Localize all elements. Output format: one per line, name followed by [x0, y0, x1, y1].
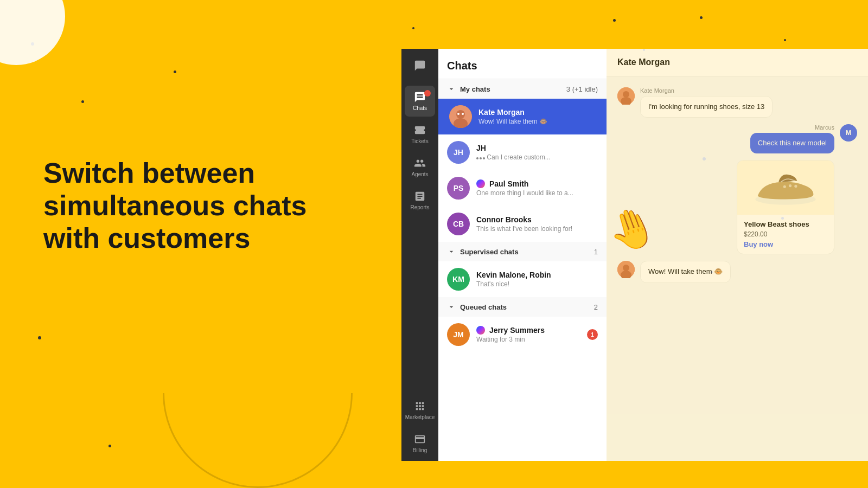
msg-avatar-kate-2: [617, 261, 635, 278]
marketing-headline: Switch between simultaneous chats with c…: [43, 157, 315, 254]
paul-preview: One more thing I would like to a...: [476, 189, 598, 197]
msg-sender-2: Marcus: [750, 124, 834, 131]
connor-info: Connor Brooks This is what I've been loo…: [476, 215, 598, 233]
sidebar-label-chats: Chats: [413, 105, 427, 111]
sidebar-item-tickets[interactable]: Tickets: [405, 119, 435, 150]
chat-list-panel: Chats My chats 3 (+1 idle): [438, 49, 607, 461]
supervised-title: Supervised chats: [460, 248, 594, 256]
connor-preview: This is what I've been looking for!: [476, 225, 598, 233]
chat-bubble-icon: [414, 60, 426, 72]
queued-count: 2: [594, 303, 598, 311]
product-image: [737, 160, 834, 215]
message-row-3: Wow! Will take them 🐵: [617, 261, 857, 282]
jh-info: JH Can I create custom...: [476, 144, 598, 161]
sidebar-item-marketplace[interactable]: Marketplace: [405, 395, 435, 426]
queued-title: Queued chats: [460, 303, 594, 311]
chat-item-kate-morgan[interactable]: Kate Morgan Wow! Will take them 🐵: [438, 99, 607, 134]
chats-badge: [424, 90, 431, 97]
paul-name: Paul Smith: [476, 179, 598, 188]
kate-morgan-avatar-svg: [449, 105, 472, 128]
svg-point-3: [457, 113, 459, 115]
panel-header: Chats: [438, 49, 607, 79]
msg-sender-1: Kate Morgan: [640, 87, 773, 94]
chat-item-paul-smith[interactable]: PS Paul Smith One more thing I would lik…: [438, 170, 607, 206]
messenger-icon: [476, 179, 485, 188]
chat-item-connor-brooks[interactable]: CB Connor Brooks This is what I've been …: [438, 206, 607, 242]
chat-panel-title: Kate Morgan: [617, 57, 670, 67]
dot-10: [108, 445, 111, 447]
sidebar-item-billing[interactable]: Billing: [405, 428, 435, 459]
supervised-chats-header[interactable]: Supervised chats 1: [438, 242, 607, 261]
kate-morgan-name: Kate Morgan: [478, 108, 598, 117]
dot-2: [174, 70, 176, 73]
jerry-info: Jerry Summers Waiting for 3 min: [476, 326, 583, 343]
message-content-2: Marcus Check this new model: [750, 124, 834, 153]
sidebar-item-chats[interactable]: Chats: [405, 86, 435, 117]
panel-title: Chats: [447, 60, 477, 72]
sidebar-item-chat-icon[interactable]: [405, 54, 435, 77]
kate-morgan-info: Kate Morgan Wow! Will take them 🐵: [478, 108, 598, 125]
waiting-badge: 1: [587, 329, 598, 340]
avatar-connor: CB: [447, 213, 470, 235]
my-chats-title: My chats: [460, 85, 566, 93]
svg-point-13: [623, 265, 629, 271]
avatar-kevin: KM: [447, 268, 470, 291]
buy-now-button[interactable]: Buy now: [744, 240, 827, 248]
my-chats-count: 3 (+1 idle): [566, 85, 598, 93]
chat-panel: Kate Morgan Kate Morgan I'm looking for …: [607, 49, 868, 461]
supervised-count: 1: [594, 248, 598, 256]
message-content-3: Wow! Will take them 🐵: [640, 261, 731, 282]
kevin-name: Kevin Malone, Robin: [476, 271, 598, 279]
dot-3: [412, 27, 414, 29]
sidebar-label-tickets: Tickets: [411, 138, 428, 144]
jerry-name: Jerry Summers: [476, 326, 583, 335]
product-price: $220.00: [744, 230, 827, 238]
message-content-1: Kate Morgan I'm looking for running shoe…: [640, 87, 773, 118]
chat-item-jerry-summers[interactable]: JM Jerry Summers Waiting for 3 min 1: [438, 317, 607, 352]
message-row-1: Kate Morgan I'm looking for running shoe…: [617, 87, 857, 118]
kate-morgan-preview: Wow! Will take them 🐵: [478, 118, 598, 125]
avatar-jerry: JM: [447, 323, 470, 346]
dot-9: [38, 336, 41, 339]
dot-4: [613, 19, 616, 22]
supervised-chevron: [447, 247, 456, 256]
marketing-section: Switch between simultaneous chats with c…: [43, 157, 315, 254]
dot-8: [81, 100, 84, 103]
sidebar-item-reports[interactable]: Reports: [405, 185, 435, 216]
sidebar-label-marketplace: Marketplace: [405, 414, 435, 420]
msg-bubble-3: Wow! Will take them 🐵: [640, 261, 731, 282]
product-name: Yellow Beast shoes: [744, 220, 827, 228]
kevin-preview: That's nice!: [476, 280, 598, 288]
svg-point-11: [794, 185, 797, 188]
chat-item-kevin-malone[interactable]: KM Kevin Malone, Robin That's nice!: [438, 261, 607, 297]
avatar-kate-morgan: [449, 105, 472, 128]
kevin-info: Kevin Malone, Robin That's nice!: [476, 271, 598, 288]
dot-6: [700, 16, 703, 19]
sidebar-item-agents[interactable]: Agents: [405, 152, 435, 183]
typing-indicator: [476, 157, 485, 159]
sidebar-label-agents: Agents: [411, 171, 428, 177]
my-chats-section-header[interactable]: My chats 3 (+1 idle): [438, 79, 607, 99]
sidebar-label-billing: Billing: [413, 447, 427, 453]
message-row-product: Yellow Beast shoes $220.00 Buy now: [617, 160, 857, 254]
svg-point-4: [462, 113, 464, 115]
queued-chevron: [447, 303, 456, 311]
product-info: Yellow Beast shoes $220.00 Buy now: [737, 215, 834, 254]
queued-chats-header[interactable]: Queued chats 2: [438, 297, 607, 317]
svg-point-6: [623, 91, 629, 98]
product-card: Yellow Beast shoes $220.00 Buy now: [737, 160, 834, 254]
message-row-2: M Marcus Check this new model: [617, 124, 857, 153]
kate-avatar-small-2: [617, 261, 635, 278]
marketplace-icon: [414, 400, 426, 412]
app-ui: Chats Tickets Agents Reports: [401, 49, 868, 461]
chat-item-jh[interactable]: JH JH Can I create custom...: [438, 134, 607, 170]
msg-bubble-2: Check this new model: [750, 133, 834, 153]
my-chats-chevron: [447, 85, 456, 93]
jh-preview: Can I create custom...: [476, 153, 598, 161]
messenger-icon-2: [476, 326, 485, 335]
billing-icon: [414, 433, 426, 445]
avatar-paul: PS: [447, 177, 470, 200]
jh-name: JH: [476, 144, 598, 152]
avatar-jh: JH: [447, 141, 470, 164]
msg-avatar-kate: [617, 87, 635, 105]
